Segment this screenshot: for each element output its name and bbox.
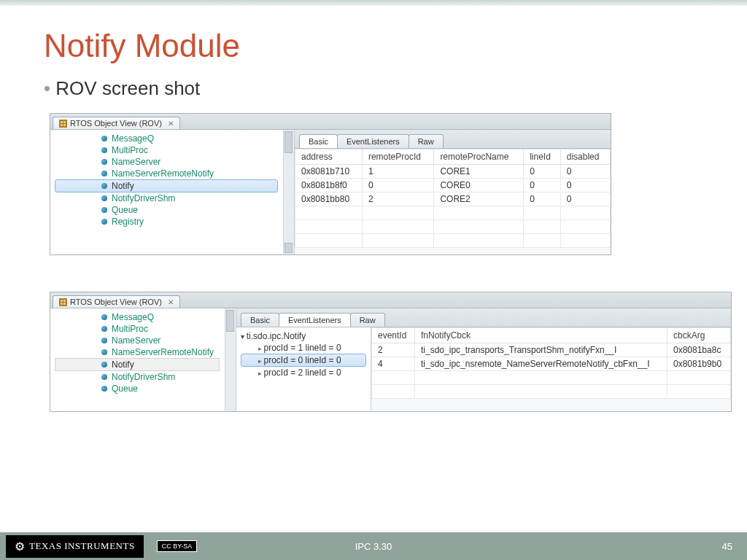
bullet-icon — [101, 195, 107, 201]
tree-item-queue[interactable]: Queue — [50, 383, 236, 394]
col-eventId: eventId — [372, 328, 415, 343]
tab-raw[interactable]: Raw — [409, 134, 444, 148]
bullet-icon — [101, 338, 107, 343]
eventlisteners-table: eventIdfnNotifyCbckcbckArg 2ti_sdo_ipc_t… — [371, 327, 731, 399]
col-remoteProcId: remoteProcId — [362, 149, 433, 165]
bullet-icon — [101, 362, 107, 368]
tree-item-multiproc[interactable]: MultiProc — [50, 323, 236, 335]
table-row[interactable]: 2ti_sdo_ipc_transports_TransportShm_noti… — [372, 343, 731, 357]
tree-item-notifydrivershm[interactable]: NotifyDriverShm — [50, 371, 236, 383]
tab-basic[interactable]: Basic — [241, 313, 279, 327]
bullet-icon — [101, 349, 107, 355]
top-gradient — [0, 0, 747, 6]
tree-item-registry[interactable]: Registry — [50, 216, 294, 228]
bullet-icon — [101, 136, 107, 141]
grid-icon — [59, 120, 67, 128]
window-title: RTOS Object View (ROV) — [70, 119, 162, 128]
table-row[interactable]: 0x8081bb802CORE200 — [295, 192, 611, 206]
bullet-icon — [101, 326, 107, 332]
tree-item-nameserverremotenotify[interactable]: NameServerRemoteNotify — [50, 346, 236, 358]
slide-footer: ⚙ TEXAS INSTRUMENTS CC BY-SA IPC 3.30 45 — [0, 532, 747, 560]
grid-icon — [59, 298, 67, 306]
tree-item-notifydrivershm[interactable]: NotifyDriverShm — [50, 192, 294, 204]
module-tree: MessageQMultiProcNameServerNameServerRem… — [50, 308, 236, 411]
tab-raw[interactable]: Raw — [350, 313, 385, 327]
scrollbar[interactable] — [283, 130, 294, 254]
ti-logo-text: TEXAS INSTRUMENTS — [29, 540, 135, 552]
bullet-icon — [101, 314, 107, 320]
table-row — [295, 206, 611, 220]
bullet-icon — [101, 374, 107, 380]
bullet-icon — [101, 386, 107, 392]
close-icon[interactable]: ✕ — [165, 120, 174, 128]
table-row — [372, 371, 731, 385]
window-tab[interactable]: RTOS Object View (ROV) ✕ — [53, 295, 180, 308]
bullet-icon — [101, 207, 107, 213]
bullet-text: ROV screen shot — [55, 77, 200, 99]
tab-eventlisteners[interactable]: EventListeners — [337, 134, 409, 148]
window-tab[interactable]: RTOS Object View (ROV) ✕ — [53, 117, 180, 129]
col-cbckArg: cbckArg — [667, 328, 731, 343]
bullet-icon — [101, 147, 107, 153]
rov-screenshot-eventlisteners: RTOS Object View (ROV) ✕ MessageQMultiPr… — [50, 292, 732, 412]
table-row[interactable]: 4ti_sdo_ipc_nsremote_NameServerRemoteNot… — [372, 357, 731, 371]
cc-badge: CC BY-SA — [157, 540, 198, 552]
bullet-icon — [101, 183, 107, 189]
tab-basic[interactable]: Basic — [299, 134, 338, 148]
bullet-icon — [101, 219, 107, 225]
col-disabled: disabled — [560, 149, 610, 165]
footer-center: IPC 3.30 — [355, 541, 392, 552]
window-titlebar: RTOS Object View (ROV) ✕ — [50, 292, 731, 308]
scroll-thumb[interactable] — [226, 310, 234, 332]
detail-tabs: Basic EventListeners Raw — [295, 130, 611, 149]
instance-root[interactable]: ti.sdo.ipc.Notify — [241, 330, 366, 342]
col-remoteProcName: remoteProcName — [434, 149, 524, 165]
table-row — [295, 220, 611, 234]
table-row — [295, 234, 611, 248]
slide-title: Notify Module — [0, 6, 747, 71]
tree-item-nameserver[interactable]: NameServer — [50, 335, 236, 346]
tree-item-queue[interactable]: Queue — [50, 204, 294, 216]
tree-item-notify[interactable]: Notify — [55, 358, 220, 371]
tree-item-notify[interactable]: Notify — [55, 179, 278, 192]
window-titlebar: RTOS Object View (ROV) ✕ — [50, 114, 611, 130]
slide-bullet: ROV screen shot — [0, 71, 747, 113]
detail-tabs: Basic EventListeners Raw — [236, 308, 731, 327]
window-title: RTOS Object View (ROV) — [70, 298, 162, 306]
bullet-icon — [101, 159, 107, 165]
close-icon[interactable]: ✕ — [165, 298, 174, 306]
rov-screenshot-basic: RTOS Object View (ROV) ✕ MessageQMultiPr… — [50, 113, 611, 255]
scroll-down[interactable] — [285, 243, 293, 253]
instance-item[interactable]: procId = 2 lineId = 0 — [241, 367, 366, 378]
instance-item[interactable]: procId = 1 lineId = 0 — [241, 342, 366, 354]
tree-item-multiproc[interactable]: MultiProc — [50, 144, 294, 156]
scrollbar[interactable] — [225, 308, 236, 411]
tree-item-messageq[interactable]: MessageQ — [50, 311, 236, 323]
module-tree: MessageQMultiProcNameServerNameServerRem… — [50, 130, 295, 254]
table-row[interactable]: 0x8081b7101CORE100 — [295, 165, 611, 179]
col-lineId: lineId — [524, 149, 561, 165]
tree-item-nameserver[interactable]: NameServer — [50, 156, 294, 168]
tree-item-nameserverremotenotify[interactable]: NameServerRemoteNotify — [50, 168, 294, 179]
ti-logo: ⚙ TEXAS INSTRUMENTS — [6, 535, 144, 558]
scroll-thumb[interactable] — [285, 131, 293, 153]
tree-item-messageq[interactable]: MessageQ — [50, 133, 294, 144]
basic-table: addressremoteProcIdremoteProcNamelineIdd… — [295, 149, 611, 248]
table-row — [372, 385, 731, 399]
page-number: 45 — [722, 541, 732, 552]
col-address: address — [295, 149, 363, 165]
tab-eventlisteners[interactable]: EventListeners — [279, 313, 351, 327]
table-row[interactable]: 0x8081b8f00CORE000 — [295, 179, 611, 192]
instance-item[interactable]: procId = 0 lineId = 0 — [241, 354, 366, 367]
ti-chip-icon: ⚙ — [15, 540, 25, 553]
col-fnNotifyCbck: fnNotifyCbck — [415, 328, 667, 343]
instance-tree: ti.sdo.ipc.Notify procId = 1 lineId = 0p… — [236, 327, 371, 411]
bullet-icon — [101, 171, 107, 176]
